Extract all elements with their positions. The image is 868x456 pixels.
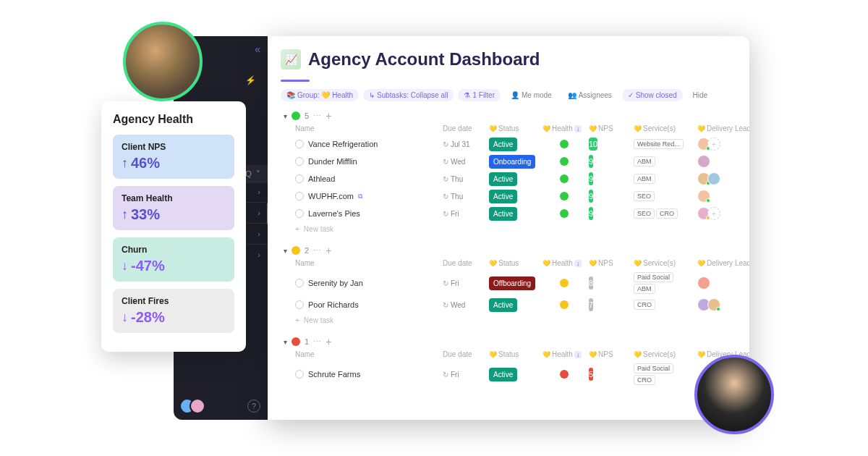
subtasks-pill[interactable]: ↳ Subtasks: Collapse all <box>363 89 454 101</box>
external-link-icon[interactable]: ⧉ <box>358 193 362 200</box>
services-cell[interactable]: CRO <box>634 300 694 310</box>
due-date-cell[interactable]: ↻Wed <box>443 301 486 309</box>
leads-cell[interactable]: + <box>697 207 749 220</box>
col-services[interactable]: 💛Service(s) <box>634 259 694 267</box>
group-add-icon[interactable]: + <box>326 336 331 347</box>
nps-pill[interactable]: 9 <box>589 207 593 220</box>
task-row[interactable]: Dunder Mifflin ↻Wed Onboarding 9 ABM <box>281 153 749 170</box>
status-pill[interactable]: Active <box>489 207 517 221</box>
leads-cell[interactable] <box>697 276 749 290</box>
col-due-date[interactable]: Due date <box>443 350 486 358</box>
col-due-date[interactable]: Due date <box>443 259 486 267</box>
col-services[interactable]: 💛Service(s) <box>634 124 694 132</box>
col-due-date[interactable]: Due date <box>443 124 486 132</box>
leads-cell[interactable] <box>697 298 749 311</box>
services-cell[interactable]: Website Red... <box>634 139 694 149</box>
nps-pill[interactable]: 5 <box>589 368 593 381</box>
due-date-cell[interactable]: ↻Thu <box>443 193 486 200</box>
col-status[interactable]: 💛Status <box>489 259 540 267</box>
status-pill[interactable]: Active <box>489 298 517 312</box>
group-collapse-icon[interactable]: ▾ <box>284 338 287 346</box>
task-row[interactable]: Vance Refrigeration ↻Jul 31 Active 10 We… <box>281 135 749 153</box>
group-add-icon[interactable]: + <box>326 110 331 122</box>
health-dot[interactable] <box>560 192 569 200</box>
task-status-circle[interactable] <box>295 157 304 166</box>
health-dot[interactable] <box>560 370 569 379</box>
status-pill[interactable]: Active <box>489 190 517 203</box>
due-date-cell[interactable]: ↻Fri <box>443 371 486 379</box>
lead-avatar[interactable] <box>697 276 710 290</box>
status-pill[interactable]: Active <box>489 172 517 186</box>
hide-button[interactable]: Hide <box>687 89 714 101</box>
leads-cell[interactable]: + <box>697 138 749 151</box>
col-delivery-lead[interactable]: 💛Delivery Lead <box>697 124 749 132</box>
task-row[interactable]: Serenity by Jan ↻Fri Offboarding 8 Paid … <box>281 270 749 296</box>
status-pill[interactable]: Offboarding <box>489 276 535 290</box>
task-row[interactable]: Schrute Farms ↻Fri Active 5 Paid SocialC… <box>281 361 749 387</box>
col-nps[interactable]: 💛NPS <box>589 124 631 132</box>
col-name[interactable]: Name <box>295 124 440 132</box>
col-delivery-lead[interactable]: 💛Delivery Lead <box>697 259 749 267</box>
help-icon[interactable]: ? <box>247 400 260 413</box>
health-dot[interactable] <box>560 174 569 183</box>
services-cell[interactable]: Paid SocialABM <box>634 272 694 294</box>
leads-cell[interactable] <box>697 155 749 168</box>
show-closed-pill[interactable]: ✓ Show closed <box>622 89 683 101</box>
new-task-button[interactable]: + New task <box>281 222 749 236</box>
status-pill[interactable]: Active <box>489 368 517 381</box>
col-name[interactable]: Name <box>295 259 440 267</box>
col-status[interactable]: 💛Status <box>489 124 540 132</box>
health-dot[interactable] <box>560 300 569 309</box>
task-row[interactable]: Laverne's Pies ↻Fri Active 9 SEOCRO + <box>281 205 749 222</box>
group-menu-icon[interactable]: ⋯ <box>313 337 321 347</box>
add-lead-icon[interactable]: + <box>707 207 720 220</box>
task-status-circle[interactable] <box>295 279 304 287</box>
task-status-circle[interactable] <box>295 370 304 379</box>
add-lead-icon[interactable]: + <box>707 138 720 151</box>
col-status[interactable]: 💛Status <box>489 350 540 358</box>
new-task-button[interactable]: + New task <box>281 313 749 327</box>
filter-pill[interactable]: ⚗ 1 Filter <box>458 89 501 101</box>
leads-cell[interactable] <box>697 172 749 185</box>
due-date-cell[interactable]: ↻Fri <box>443 210 486 218</box>
task-row[interactable]: Athlead ↻Thu Active 9 ABM <box>281 170 749 187</box>
task-status-circle[interactable] <box>295 209 304 218</box>
me-mode-button[interactable]: 👤 Me mode <box>505 89 558 101</box>
col-nps[interactable]: 💛NPS <box>589 350 631 358</box>
nps-pill[interactable]: 10 <box>589 138 597 151</box>
presence-avatars[interactable] <box>179 398 205 414</box>
task-status-circle[interactable] <box>295 192 304 200</box>
nps-pill[interactable]: 8 <box>589 276 593 290</box>
task-status-circle[interactable] <box>295 140 304 148</box>
due-date-cell[interactable]: ↻Jul 31 <box>443 140 486 148</box>
services-cell[interactable]: SEOCRO <box>634 208 694 219</box>
group-menu-icon[interactable]: ⋯ <box>313 246 321 256</box>
lead-avatar[interactable] <box>707 172 720 185</box>
health-dot[interactable] <box>560 140 569 148</box>
lead-avatar[interactable] <box>697 155 710 168</box>
services-cell[interactable]: SEO <box>634 191 694 201</box>
col-name[interactable]: Name <box>295 350 440 358</box>
task-row[interactable]: WUPHF.com ⧉ ↻Thu Active 9 SEO <box>281 187 749 205</box>
nps-pill[interactable]: 9 <box>589 155 593 168</box>
nps-pill[interactable]: 7 <box>589 298 593 311</box>
lead-avatar[interactable] <box>707 298 720 311</box>
status-pill[interactable]: Onboarding <box>489 155 535 169</box>
services-cell[interactable]: ABM <box>634 174 694 184</box>
services-cell[interactable]: Paid SocialCRO <box>634 363 694 385</box>
group-by-pill[interactable]: 📚 Group: 💛 Health <box>281 89 359 101</box>
task-status-circle[interactable] <box>295 300 304 309</box>
task-row[interactable]: Poor Richards ↻Wed Active 7 CRO <box>281 296 749 313</box>
col-services[interactable]: 💛Service(s) <box>634 350 694 358</box>
services-cell[interactable]: ABM <box>634 156 694 166</box>
nps-pill[interactable]: 9 <box>589 172 593 185</box>
assignees-button[interactable]: 👥 Assignees <box>562 89 618 101</box>
col-health[interactable]: 💛Health↓ <box>542 350 586 358</box>
group-collapse-icon[interactable]: ▾ <box>284 112 287 120</box>
due-date-cell[interactable]: ↻Fri <box>443 279 486 287</box>
health-dot[interactable] <box>560 209 569 218</box>
due-date-cell[interactable]: ↻Wed <box>443 158 486 166</box>
group-add-icon[interactable]: + <box>326 245 331 256</box>
health-dot[interactable] <box>560 157 569 166</box>
group-menu-icon[interactable]: ⋯ <box>313 111 321 121</box>
